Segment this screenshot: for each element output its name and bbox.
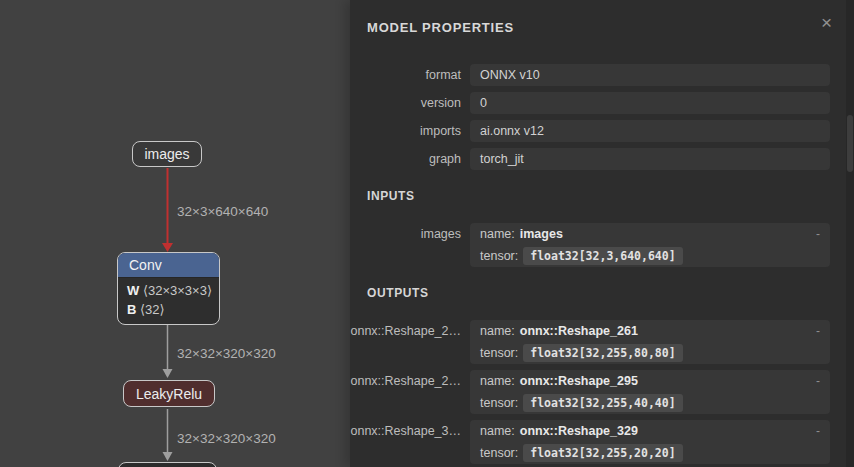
conv-param-b: B ⟨32⟩ xyxy=(127,300,210,319)
output-row-2: onnx::Reshape_2… name:onnx::Reshape_295 … xyxy=(350,370,830,414)
tensor-value: float32[32,255,20,20] xyxy=(523,444,682,462)
node-conv-body: W ⟨32×3×3×3⟩ B ⟨32⟩ xyxy=(118,278,219,324)
output-row-3: onnx::Reshape_3… name:onnx::Reshape_329 … xyxy=(350,420,830,464)
param-key: W xyxy=(127,283,139,298)
arrowhead-icon xyxy=(162,243,173,252)
field-label: format xyxy=(350,68,461,82)
entry-box: name:onnx::Reshape_329 - tensor:float32[… xyxy=(470,420,830,464)
panel-title: MODEL PROPERTIES xyxy=(367,20,514,35)
node-leakyrelu[interactable]: LeakyRelu xyxy=(123,380,215,407)
field-label: imports xyxy=(350,124,461,138)
param-key: B xyxy=(127,302,136,317)
entry-tensor-line: tensor:float32[32,255,40,40] xyxy=(470,392,830,414)
field-value[interactable]: ONNX v10 xyxy=(470,64,830,86)
node-images-label: images xyxy=(144,146,189,162)
collapse-toggle[interactable]: - xyxy=(816,227,820,241)
entry-name-line: name:images - xyxy=(470,223,830,245)
edge-label-2: 32×32×320×320 xyxy=(177,346,276,361)
output-row-1: onnx::Reshape_2… name:onnx::Reshape_261 … xyxy=(350,320,830,364)
entry-label: images xyxy=(350,223,461,245)
arrowhead-icon xyxy=(163,452,173,461)
param-value: ⟨32⟩ xyxy=(140,302,165,317)
entry-box: name:images - tensor:float32[32,3,640,64… xyxy=(470,223,830,267)
field-imports: imports ai.onnx v12 xyxy=(350,120,830,142)
field-version: version 0 xyxy=(350,92,830,114)
tensor-value: float32[32,3,640,640] xyxy=(523,247,682,265)
scrollbar-thumb[interactable] xyxy=(847,115,853,172)
field-graph: graph torch_jit xyxy=(350,148,830,170)
graph-canvas[interactable]: 32×3×640×640 32×32×320×320 32×32×320×320… xyxy=(0,0,350,467)
node-conv-header[interactable]: Conv xyxy=(118,253,219,278)
entry-name-value: onnx::Reshape_295 xyxy=(520,374,638,388)
tensor-key: tensor: xyxy=(480,346,518,360)
conv-param-w: W ⟨32×3×3×3⟩ xyxy=(127,281,210,300)
entry-tensor-line: tensor:float32[32,255,80,80] xyxy=(470,342,830,364)
entry-name-line: name:onnx::Reshape_329 - xyxy=(470,420,830,442)
node-leakyrelu-label: LeakyRelu xyxy=(136,386,202,402)
name-key: name: xyxy=(480,374,515,388)
field-format: format ONNX v10 xyxy=(350,64,830,86)
collapse-toggle[interactable]: - xyxy=(816,424,820,438)
field-label: version xyxy=(350,96,461,110)
name-key: name: xyxy=(480,227,515,241)
tensor-key: tensor: xyxy=(480,396,518,410)
field-value[interactable]: torch_jit xyxy=(470,148,830,170)
entry-name-value: onnx::Reshape_329 xyxy=(520,424,638,438)
collapse-toggle[interactable]: - xyxy=(816,324,820,338)
outputs-heading: OUTPUTS xyxy=(367,286,854,301)
entry-label: onnx::Reshape_2… xyxy=(350,370,461,392)
node-images[interactable]: images xyxy=(132,141,202,167)
entry-box: name:onnx::Reshape_261 - tensor:float32[… xyxy=(470,320,830,364)
model-properties-panel: MODEL PROPERTIES × format ONNX v10 versi… xyxy=(350,0,854,467)
entry-label: onnx::Reshape_3… xyxy=(350,420,461,442)
close-icon[interactable]: × xyxy=(821,13,832,32)
panel-header: MODEL PROPERTIES × xyxy=(350,0,854,36)
tensor-value: float32[32,255,80,80] xyxy=(523,344,682,362)
name-key: name: xyxy=(480,324,515,338)
entry-tensor-line: tensor:float32[32,3,640,640] xyxy=(470,245,830,267)
field-label: graph xyxy=(350,152,461,166)
inputs-heading: INPUTS xyxy=(367,189,854,204)
entry-name-value: images xyxy=(520,227,563,241)
edge-label-1: 32×3×640×640 xyxy=(177,204,268,219)
entry-box: name:onnx::Reshape_295 - tensor:float32[… xyxy=(470,370,830,414)
entry-name-value: onnx::Reshape_261 xyxy=(520,324,638,338)
field-value[interactable]: ai.onnx v12 xyxy=(470,120,830,142)
param-value: ⟨32×3×3×3⟩ xyxy=(143,283,212,298)
tensor-key: tensor: xyxy=(480,446,518,460)
entry-tensor-line: tensor:float32[32,255,20,20] xyxy=(470,442,830,464)
entry-label: onnx::Reshape_2… xyxy=(350,320,461,342)
panel-scrollbar[interactable] xyxy=(846,0,854,467)
outputs-list: onnx::Reshape_2… name:onnx::Reshape_261 … xyxy=(350,320,854,464)
model-fields: format ONNX v10 version 0 imports ai.onn… xyxy=(350,64,830,170)
node-conv[interactable]: Conv W ⟨32×3×3×3⟩ B ⟨32⟩ xyxy=(117,252,220,325)
inputs-list: images name:images - tensor:float32[32,3… xyxy=(350,223,854,267)
entry-name-line: name:onnx::Reshape_261 - xyxy=(470,320,830,342)
collapse-toggle[interactable]: - xyxy=(816,374,820,388)
entry-name-line: name:onnx::Reshape_295 - xyxy=(470,370,830,392)
field-value[interactable]: 0 xyxy=(470,92,830,114)
arrowhead-icon xyxy=(163,369,173,378)
edge-label-3: 32×32×320×320 xyxy=(177,431,276,446)
input-row-images: images name:images - tensor:float32[32,3… xyxy=(350,223,830,267)
tensor-value: float32[32,255,40,40] xyxy=(523,394,682,412)
node-next-partial[interactable] xyxy=(118,462,217,467)
name-key: name: xyxy=(480,424,515,438)
tensor-key: tensor: xyxy=(480,249,518,263)
